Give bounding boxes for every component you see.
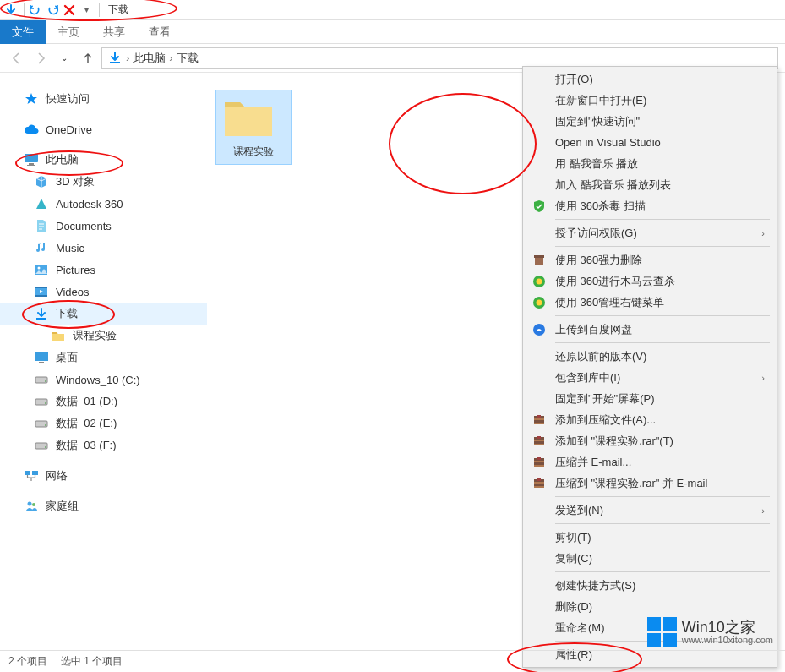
autodesk-icon <box>34 196 49 211</box>
tree-item[interactable]: Autodesk 360 <box>0 193 207 215</box>
context-menu-item[interactable]: 使用 360杀毒 扫描 <box>523 195 777 216</box>
context-menu-item[interactable]: 复制(C) <box>523 548 777 569</box>
tree-item[interactable]: Videos <box>0 281 207 303</box>
context-menu-item[interactable]: 压缩到 "课程实验.rar" 并 E-mail <box>523 473 777 494</box>
down-arrow-icon[interactable] <box>3 3 19 18</box>
redo-icon[interactable] <box>45 3 60 18</box>
context-menu-label: 使用 360管理右键菜单 <box>555 295 765 310</box>
context-menu-label: 压缩并 E-mail... <box>555 455 765 470</box>
context-menu-item[interactable]: 用 酷我音乐 播放 <box>523 153 777 174</box>
svg-rect-41 <box>537 436 541 439</box>
context-menu-label: 加入 酷我音乐 播放列表 <box>555 178 765 193</box>
tree-item-downloads[interactable]: 下载 <box>0 303 207 325</box>
svg-rect-44 <box>534 462 544 465</box>
download-icon <box>34 306 49 321</box>
status-selected-count: 选中 1 个项目 <box>61 654 123 669</box>
tree-item[interactable]: Music <box>0 237 207 259</box>
context-menu-item[interactable]: 添加到压缩文件(A)... <box>523 409 777 430</box>
tree-item-homegroup[interactable]: 家庭组 <box>0 495 207 517</box>
qat-dropdown-icon[interactable]: ▾ <box>79 3 94 18</box>
context-menu-label: 固定到"开始"屏幕(P) <box>555 391 765 407</box>
folder-label: 课程实验 <box>221 145 286 159</box>
breadcrumb-item[interactable]: 下载 <box>177 51 199 66</box>
context-menu-item[interactable]: 授予访问权限(G)› <box>523 222 777 243</box>
tree-label: 3D 对象 <box>56 174 95 189</box>
context-menu-item[interactable]: 压缩并 E-mail... <box>523 451 777 473</box>
svg-point-32 <box>537 299 542 305</box>
tree-item-quick-access[interactable]: 快速访问 <box>0 88 207 110</box>
tree-label: 快速访问 <box>46 91 90 107</box>
tree-item-drive[interactable]: Windows_10 (C:) <box>0 369 207 391</box>
nav-up-icon[interactable] <box>78 48 98 68</box>
context-menu-item[interactable]: 还原以前的版本(V) <box>523 346 777 367</box>
360y-icon <box>530 275 548 288</box>
tree-item[interactable]: 3D 对象 <box>0 171 207 193</box>
context-menu-label: 使用 360进行木马云查杀 <box>555 274 765 289</box>
drive-icon <box>34 394 49 409</box>
nav-history-dropdown-icon[interactable]: ⌄ <box>54 48 74 68</box>
tree-item-drive[interactable]: 数据_01 (D:) <box>0 391 207 412</box>
network-icon <box>24 468 39 484</box>
rar-icon <box>530 434 548 448</box>
ribbon-tab-file[interactable]: 文件 <box>0 20 46 44</box>
drive-icon <box>34 438 49 453</box>
nav-forward-icon[interactable] <box>30 48 51 68</box>
context-menu-item[interactable]: Open in Visual Studio <box>523 132 777 153</box>
undo-icon[interactable] <box>28 3 43 18</box>
tree-item-desktop[interactable]: 桌面 <box>0 347 207 369</box>
tree-label: 网络 <box>46 468 68 484</box>
context-menu-label: 上传到百度网盘 <box>555 322 765 337</box>
homegroup-icon <box>24 499 39 514</box>
context-menu-item[interactable]: 上传到百度网盘 <box>523 319 777 340</box>
watermark-subtitle: www.win10xitong.com <box>682 635 773 645</box>
ribbon-tab-share[interactable]: 共享 <box>91 20 137 44</box>
tree-item-this-pc[interactable]: 此电脑 <box>0 149 207 171</box>
context-menu-item[interactable]: 使用 360管理右键菜单 <box>523 292 777 313</box>
ribbon-tabs: 文件 主页 共享 查看 <box>0 20 785 44</box>
tree-item[interactable]: 课程实验 <box>0 325 207 347</box>
folder-icon <box>221 96 286 139</box>
ribbon-tab-view[interactable]: 查看 <box>137 20 183 44</box>
context-menu-item[interactable]: 打开(O) <box>523 68 777 90</box>
del-icon <box>530 254 548 267</box>
status-item-count: 2 个项目 <box>8 654 47 669</box>
tree-item[interactable]: Documents <box>0 215 207 237</box>
tree-label: 数据_01 (D:) <box>56 394 117 409</box>
context-menu-item[interactable]: 创建快捷方式(S) <box>523 575 777 596</box>
divider <box>24 3 25 17</box>
tree-item-onedrive[interactable]: OneDrive <box>0 118 207 140</box>
context-menu-item[interactable]: 剪切(T) <box>523 527 777 548</box>
context-menu-item[interactable]: 使用 360强力删除 <box>523 249 777 270</box>
close-x-icon[interactable] <box>62 3 77 18</box>
ribbon-tab-home[interactable]: 主页 <box>46 20 91 44</box>
context-menu-item[interactable]: 删除(D) <box>523 596 777 617</box>
context-menu-label: 使用 360杀毒 扫描 <box>555 199 765 214</box>
context-menu-item[interactable]: 在新窗口中打开(E) <box>523 90 777 111</box>
context-menu-item[interactable]: 包含到库中(I)› <box>523 367 777 388</box>
tree-item-drive[interactable]: 数据_03 (F:) <box>0 434 207 456</box>
context-menu-label: 使用 360强力删除 <box>555 253 765 268</box>
context-menu-separator <box>555 246 770 247</box>
rar-icon <box>530 456 548 469</box>
tree-item-network[interactable]: 网络 <box>0 465 207 487</box>
folder-tile[interactable]: 课程实验 <box>215 90 292 165</box>
tree-label: Autodesk 360 <box>56 198 123 210</box>
tree-label: Music <box>56 242 84 254</box>
tree-item[interactable]: Pictures <box>0 259 207 281</box>
tree-item-drive[interactable]: 数据_02 (E:) <box>0 412 207 434</box>
context-menu-item[interactable]: 发送到(N)› <box>523 500 777 521</box>
context-menu-label: Open in Visual Studio <box>555 136 765 149</box>
videos-icon <box>34 284 49 299</box>
context-menu-label: 复制(C) <box>555 551 765 566</box>
breadcrumb-item[interactable]: 此电脑 <box>133 51 166 66</box>
context-menu-item[interactable]: 使用 360进行木马云查杀 <box>523 270 777 292</box>
tree-label: Windows_10 (C:) <box>56 374 140 386</box>
svg-rect-10 <box>39 362 44 363</box>
context-menu-item[interactable]: 加入 酷我音乐 播放列表 <box>523 174 777 195</box>
context-menu-item[interactable]: 固定到"开始"屏幕(P) <box>523 388 777 409</box>
context-menu-item[interactable]: 固定到"快速访问" <box>523 111 777 132</box>
context-menu-item[interactable]: 添加到 "课程实验.rar"(T) <box>523 430 777 451</box>
nav-back-icon[interactable] <box>7 48 27 68</box>
context-menu-separator <box>555 315 770 316</box>
svg-rect-7 <box>35 287 47 288</box>
